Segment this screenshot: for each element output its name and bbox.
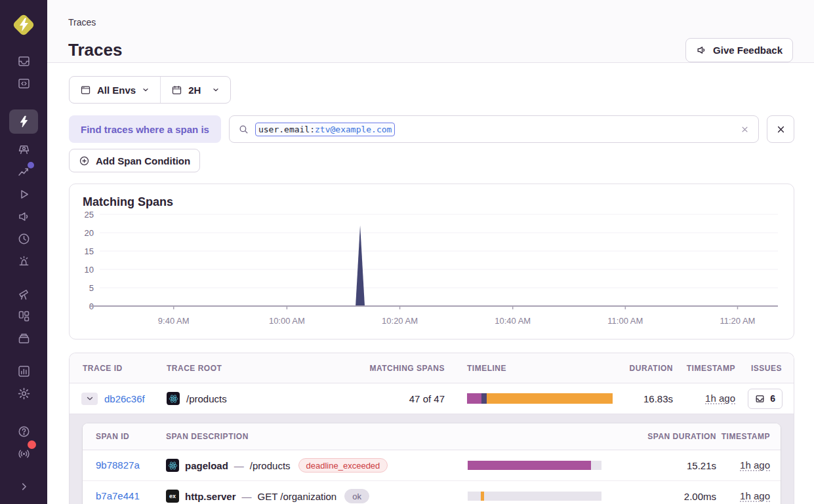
chevron-down-icon [212,86,220,94]
span-duration: 2.00ms [684,491,716,502]
sidebar-item-discover[interactable] [9,282,38,305]
col-matching-spans: MATCHING SPANS [369,364,445,373]
spans-table: SPAN ID SPAN DESCRIPTION SPAN DURATION T… [83,423,781,504]
releases-icon [17,332,31,345]
main-area: Traces Traces Give Feedback All Envs [47,0,814,504]
notification-dot-red [28,440,36,449]
query-token-value: ztv@example.com [315,125,392,134]
environment-filter-label: All Envs [97,85,136,96]
time-range-label: 2H [188,85,201,96]
span-search-input[interactable]: user.email:ztv@example.com [229,115,759,143]
close-icon [740,125,750,134]
sentry-logo-icon [10,12,37,38]
clear-search-button[interactable] [740,125,750,134]
sidebar-item-profiling[interactable] [9,138,38,161]
sidebar-item-crons[interactable] [9,227,38,250]
express-platform-icon: ex [166,490,179,503]
trace-issues-button[interactable]: 6 [748,389,783,409]
environment-filter[interactable]: All Envs [70,77,160,103]
page-title: Traces [68,40,122,60]
span-duration-bar [468,492,601,501]
sidebar-item-whats-new[interactable] [9,442,38,465]
span-description: GET /organization [258,491,337,502]
matching-spans-chart[interactable]: 05101520259:40 AM10:00 AM10:20 AM10:40 A… [83,210,781,328]
svg-text:5: 5 [89,283,94,293]
issues-icon [17,54,31,68]
svg-text:9:40 AM: 9:40 AM [158,316,190,326]
span-query-chip: Find traces where a span is [69,115,221,143]
span-separator: — [234,460,244,471]
svg-text:10:00 AM: 10:00 AM [269,316,305,326]
sidebar-item-traces[interactable] [9,109,38,134]
svg-text:25: 25 [85,210,94,220]
sidebar-item-stats[interactable] [9,360,38,382]
sidebar-item-releases[interactable] [9,327,38,349]
col-duration: DURATION [630,364,673,373]
siren-icon [17,254,31,268]
sentry-logo[interactable] [10,12,37,38]
trace-issues-count: 6 [770,393,775,404]
collapse-trace-button[interactable] [81,393,98,405]
page-content: All Envs 2H Find traces where a span is … [47,63,814,504]
span-op: pageload [185,460,228,471]
matching-spans-panel: Matching Spans 05101520259:40 AM10:00 AM… [69,184,794,339]
sidebar-item-user-feedback[interactable] [9,205,38,227]
give-feedback-button[interactable]: Give Feedback [685,38,793,62]
svg-text:11:00 AM: 11:00 AM [607,316,643,326]
issues-icon [755,394,765,404]
close-icon [775,124,786,135]
traces-table: TRACE ID TRACE ROOT MATCHING SPANS TIMEL… [69,353,794,504]
span-id-link[interactable]: 9b78827a [96,459,140,471]
sidebar-item-alerts-metrics[interactable] [9,161,38,183]
add-span-condition-label: Add Span Condition [96,155,190,166]
sidebar-collapse-toggle[interactable] [9,475,38,497]
remove-condition-button[interactable] [767,115,794,143]
span-op: http.server [185,491,236,502]
spans-table-header: SPAN ID SPAN DESCRIPTION SPAN DURATION T… [83,423,781,450]
sidebar-item-monitors[interactable] [9,250,38,272]
sidebar [0,0,47,504]
col-issues: ISSUES [751,364,794,373]
gear-icon [17,387,31,400]
page-filter-bar: All Envs 2H [69,76,231,104]
page-header: Traces Traces Give Feedback [47,0,814,63]
megaphone-icon [696,45,707,56]
chevron-down-icon [142,86,150,94]
query-token-key: user.email: [258,125,315,134]
svg-text:10:40 AM: 10:40 AM [495,316,531,326]
col-trace-id: TRACE ID [70,364,167,373]
query-token[interactable]: user.email:ztv@example.com [255,123,396,136]
traces-icon [17,115,31,128]
span-timestamp: 1h ago [740,490,770,501]
traces-table-header: TRACE ID TRACE ROOT MATCHING SPANS TIMEL… [70,353,794,383]
react-platform-icon [166,459,179,472]
play-icon [17,187,31,201]
notification-dot-purple [28,162,34,168]
svg-text:20: 20 [85,228,94,238]
chart-title: Matching Spans [83,195,781,209]
sidebar-item-settings[interactable] [9,382,38,404]
sidebar-item-projects[interactable] [9,72,38,94]
trace-row: db26c36f /products 47 of 47 16.83s 1h ag… [70,383,794,414]
sidebar-item-help[interactable] [9,420,38,442]
spans-section: SPAN ID SPAN DESCRIPTION SPAN DURATION T… [70,414,794,504]
col-span-timestamp: TIMESTAMP [722,432,781,441]
calendar-icon [171,85,182,96]
give-feedback-label: Give Feedback [713,45,783,56]
add-span-condition-button[interactable]: Add Span Condition [69,149,200,172]
span-status-badge: ok [344,489,369,503]
span-id-link[interactable]: b7a7e441 [96,490,140,501]
sidebar-item-replays[interactable] [9,183,38,205]
sidebar-item-issues[interactable] [9,50,38,72]
span-duration: 15.21s [687,460,716,471]
projects-icon [17,77,31,90]
col-timestamp: TIMESTAMP [687,364,735,373]
dashboards-icon [17,309,31,323]
sidebar-item-dashboards[interactable] [9,305,38,327]
trace-id-link[interactable]: db26c36f [104,393,145,404]
breadcrumb: Traces [68,17,793,28]
col-span-id: SPAN ID [83,432,166,441]
svg-text:15: 15 [85,246,94,256]
time-range-filter[interactable]: 2H [161,77,230,103]
col-trace-root: TRACE ROOT [167,364,358,373]
